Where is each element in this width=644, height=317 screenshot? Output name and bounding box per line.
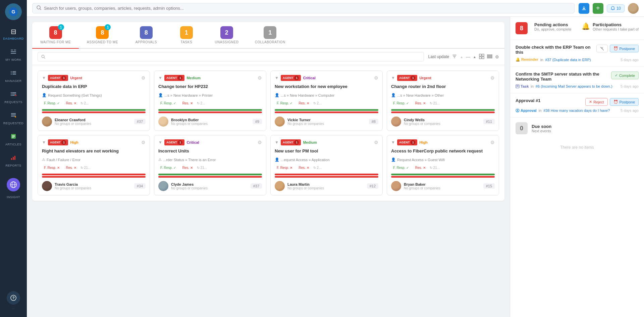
card1-agent-num: 1 <box>61 76 66 80</box>
tab-tasks-label: TASKS <box>181 40 193 44</box>
card8-res: Res. ✕ <box>413 165 427 170</box>
action-card-3: Approval #1 ✕ Reject ⏰ Postpone <box>510 93 644 118</box>
tab-assigned-to-me[interactable]: 8 1 ASSIGNED TO ME <box>79 22 126 49</box>
global-search-input[interactable] <box>44 6 570 11</box>
tab-unassigned-count: 2 <box>220 26 233 39</box>
svg-rect-17 <box>12 95 15 96</box>
action2-meta-ref[interactable]: #6 (Incoming Mail Server appears to be d… <box>536 84 612 88</box>
requested-icon <box>10 112 17 120</box>
due-soon-title: Due soon <box>532 124 551 129</box>
card1-gear[interactable]: ⚙ <box>141 75 146 81</box>
sidebar-item-requests[interactable]: REQUESTS <box>0 87 27 107</box>
action3-postpone-button[interactable]: ⏰ Postpone <box>610 98 639 106</box>
ticket-card-8[interactable]: ▼ AGENT 1 High ⚙ Access to FiberCorp pub… <box>387 135 499 195</box>
card3-recycle: ↻ 2... <box>313 101 322 105</box>
action1-postpone-button[interactable]: ⏰ Postpone <box>610 45 639 52</box>
card5-priority: High <box>70 140 78 144</box>
card3-agent-num: 1 <box>294 76 299 80</box>
tab-approvals-label: APPROVALS <box>136 40 157 44</box>
tab-approvals[interactable]: 8 APPROVALS <box>126 22 166 49</box>
sidebar-label-requests: REQUESTS <box>4 100 22 104</box>
sidebar-item-manager[interactable]: MANAGER <box>0 66 27 86</box>
card1-priority: Urgent <box>70 76 82 80</box>
action1-meta-ref[interactable]: #37 (Duplicate data in ERP) <box>545 58 591 62</box>
articles-icon <box>10 133 17 141</box>
tab-waiting-count: 8 1 <box>49 26 62 39</box>
card6-progress-red <box>158 176 262 178</box>
list-view-icon[interactable] <box>487 54 492 60</box>
card6-res: Res. ✕ <box>180 165 195 170</box>
complete-check-icon: ✓ <box>615 73 618 78</box>
cards-search-input[interactable] <box>48 54 420 59</box>
card7-agent-num: 1 <box>294 140 299 145</box>
sidebar-item-reports[interactable]: REPORTS <box>0 151 27 171</box>
ticket-card-6[interactable]: ▼ AGENT 1 Critical ⚙ Incorrect Units ⚠ . <box>154 135 266 195</box>
tab-approvals-count: 8 <box>140 26 153 39</box>
settings-icon[interactable]: ⚙ <box>495 54 499 59</box>
expand-icon[interactable] <box>479 54 484 60</box>
tab-unassigned[interactable]: 2 UNASSIGNED <box>207 22 247 49</box>
participation-sub: Other requests I take part of <box>593 27 639 31</box>
tab-collaboration[interactable]: 1 COLLABORATION <box>247 22 293 49</box>
svg-rect-3 <box>14 50 16 50</box>
ticket-card-3[interactable]: ▼ AGENT 1 Critical ⚙ New workstation for… <box>270 71 383 131</box>
ticket-card-1[interactable]: ▼ AGENT 1 Urgent ⚙ Duplicate data in ERP… <box>38 71 150 131</box>
download-button[interactable] <box>579 3 589 14</box>
card5-gear[interactable]: ⚙ <box>141 140 146 145</box>
card1-fresp: F. Resp. ✓ <box>42 101 62 106</box>
notifications-count[interactable]: 10 <box>607 4 625 12</box>
sidebar-item-my-work[interactable]: MY WORK <box>0 45 27 65</box>
ticket-card-4[interactable]: ▼ AGENT 1 Urgent ⚙ Change router in 2nd … <box>387 71 499 131</box>
no-items-message: There are no items <box>516 138 639 156</box>
action1-mute-button[interactable] <box>596 45 608 52</box>
priority-filter-low: ▲ <box>460 55 463 59</box>
svg-rect-9 <box>12 73 16 73</box>
help-icon[interactable]: ? <box>7 291 20 305</box>
card7-path-icon: 👤 <box>275 157 279 162</box>
ticket-card-2[interactable]: ▼ AGENT 1 Medium ⚙ Change toner for HP23… <box>154 71 266 131</box>
card8-recycle: ↻ 21... <box>430 166 440 170</box>
ticket-card-7[interactable]: ▼ AGENT 1 Medium ⚙ New user for PM tool … <box>270 135 383 195</box>
action1-title: Double check with the ERP Team on this <box>516 45 593 55</box>
card4-arrow: ▼ <box>391 76 395 80</box>
notifications-number: 10 <box>616 6 621 11</box>
action3-meta-ref[interactable]: #38 How many vacation days do I have? <box>543 108 610 112</box>
tab-waiting-notif: 1 <box>58 24 64 30</box>
card7-gear[interactable]: ⚙ <box>374 140 378 145</box>
add-button[interactable]: + <box>593 3 603 14</box>
sidebar-item-insight[interactable]: INSIGHT <box>0 172 27 202</box>
card1-title: Duplicate data in ERP <box>42 84 146 90</box>
svg-rect-14 <box>11 94 12 94</box>
tab-waiting-for-me[interactable]: 8 1 WAITING FOR ME <box>32 22 79 49</box>
card2-gear[interactable]: ⚙ <box>258 75 262 81</box>
svg-rect-8 <box>11 73 12 73</box>
action2-complete-button[interactable]: ✓ Complete <box>611 72 639 79</box>
card8-gear[interactable]: ⚙ <box>490 140 495 145</box>
card6-gear[interactable]: ⚙ <box>258 140 262 145</box>
cards-search-container <box>38 52 424 61</box>
user-avatar[interactable] <box>628 3 639 14</box>
tab-tasks[interactable]: 1 TASKS <box>166 22 207 49</box>
card3-res: Res. ✕ <box>297 101 311 106</box>
action3-meta-time: 5 days ago <box>621 108 639 112</box>
svg-rect-6 <box>11 71 12 72</box>
card3-gear[interactable]: ⚙ <box>374 75 378 81</box>
sidebar-item-dashboard[interactable]: ⊟ DASHBOARD <box>0 24 27 44</box>
sidebar-label-insight: INSIGHT <box>7 195 20 199</box>
sort-icon[interactable] <box>452 54 457 60</box>
card3-fresp: F. Resp. ✓ <box>275 101 294 106</box>
ticket-card-5[interactable]: ▼ AGENT 1 High ⚙ Right hand elevators ar… <box>38 135 150 195</box>
card6-agent-badge: AGENT 1 <box>164 139 185 145</box>
action3-reject-button[interactable]: ✕ Reject <box>585 98 607 106</box>
svg-line-36 <box>40 9 41 10</box>
card8-user-name: Bryan Baker <box>404 182 481 186</box>
sidebar-item-requested[interactable]: REQUESTED <box>0 108 27 128</box>
card3-avatar <box>275 117 285 127</box>
sidebar-item-articles[interactable]: ARTICLES <box>0 130 27 149</box>
card2-progress-green <box>158 109 262 111</box>
card4-priority: Urgent <box>419 76 431 80</box>
card4-gear[interactable]: ⚙ <box>490 75 495 81</box>
card5-agent-num: 1 <box>61 140 66 145</box>
card8-user-sub: No groups or companies <box>404 186 481 190</box>
svg-rect-42 <box>482 57 484 59</box>
